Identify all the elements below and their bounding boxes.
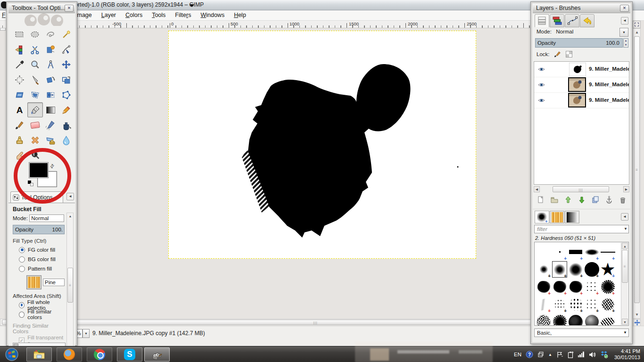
radio-indicator[interactable] xyxy=(19,266,25,272)
volume-icon[interactable] xyxy=(588,351,596,358)
help-tray-icon[interactable]: ? xyxy=(526,351,533,358)
brush-filter-dropdown[interactable]: ▼ xyxy=(624,227,627,231)
menu-layer[interactable]: Layer xyxy=(97,10,121,21)
clone-tool[interactable] xyxy=(12,132,27,148)
brush-fuzzy[interactable]: + xyxy=(584,243,600,261)
eraser-tool[interactable] xyxy=(27,117,43,132)
raise-layer-button[interactable] xyxy=(562,195,574,205)
layers-scroll-left[interactable]: ◀ xyxy=(534,186,540,192)
measure-tool[interactable] xyxy=(43,57,58,72)
fill-type-pattern-fill[interactable]: Pattern fill xyxy=(13,264,65,273)
tool-options-scrollbar[interactable]: ▲ ≡ xyxy=(66,213,74,348)
toolbox-titlebar[interactable]: Toolbox - Tool Opti... ✕ xyxy=(8,4,75,13)
fuzzy-select-tool[interactable] xyxy=(58,27,74,42)
menu-file-sliver[interactable]: F xyxy=(2,12,6,18)
delete-layer-button[interactable] xyxy=(617,195,628,205)
canvas-vertical-scrollbar[interactable]: ▲ ≡ ▼ xyxy=(633,28,641,319)
cage-transform-tool[interactable] xyxy=(58,87,74,102)
crop-tool[interactable] xyxy=(27,72,43,87)
zoom-dropdown-button[interactable]: ▼ xyxy=(83,329,90,338)
fill-type-bg-color-fill[interactable]: BG color fill xyxy=(13,255,65,264)
brush-specks3[interactable]: + xyxy=(584,296,600,313)
brush-sphere[interactable]: + xyxy=(584,313,600,326)
brush-soft2-selected[interactable]: + xyxy=(552,261,568,278)
image-canvas[interactable] xyxy=(168,31,476,259)
tab-paths[interactable] xyxy=(565,14,579,27)
layers-scroll-right[interactable]: ▶ xyxy=(623,186,629,192)
paintbrush-tool[interactable] xyxy=(12,117,27,132)
layer-mode-dropdown[interactable]: ▼ xyxy=(619,28,628,37)
radio-indicator[interactable] xyxy=(19,247,25,253)
menu-filters[interactable]: Filters xyxy=(170,10,196,21)
brush-block[interactable]: + xyxy=(568,243,584,261)
zoom-tool[interactable] xyxy=(27,57,43,72)
options-scroll-up[interactable]: ▲ xyxy=(67,213,74,219)
brush-grunge1[interactable]: + xyxy=(552,313,568,326)
tab-tool-options[interactable]: Tool Options xyxy=(10,191,63,203)
radio-indicator[interactable] xyxy=(19,312,25,318)
taskbar-firefox-button[interactable] xyxy=(57,347,82,362)
layer-thumbnail-mask[interactable] xyxy=(569,63,586,76)
brush-vine[interactable]: + xyxy=(600,296,616,313)
layer-opacity-slider[interactable]: Opacity 100.0 xyxy=(535,38,623,48)
select-by-color-tool[interactable] xyxy=(12,42,27,57)
text-tool[interactable]: A xyxy=(12,102,27,117)
default-colors-icon[interactable] xyxy=(28,181,33,186)
tab-undo-history[interactable] xyxy=(580,14,594,27)
brush-cells[interactable]: + xyxy=(536,313,552,326)
taskbar-skype-button[interactable]: S xyxy=(117,347,142,362)
brush-chalk[interactable]: + xyxy=(552,278,568,296)
brush-soft1[interactable]: + xyxy=(536,261,552,278)
affected-area-fill-whole-selectio[interactable]: Fill whole selectio xyxy=(13,300,65,310)
sync-center-tray-icon[interactable] xyxy=(567,351,574,358)
swap-colors-icon[interactable]: ⇄ xyxy=(49,163,56,170)
layers-titlebar[interactable]: Layers - Brushes ✕ xyxy=(533,4,630,13)
layer-visibility-eye-icon[interactable] xyxy=(537,66,546,74)
free-select-tool[interactable] xyxy=(43,27,58,42)
tab-patterns[interactable] xyxy=(550,211,564,223)
layer-visibility-eye-icon[interactable] xyxy=(537,81,546,90)
perspective-tool[interactable] xyxy=(27,87,43,102)
brush-grunge1[interactable]: + xyxy=(600,278,616,296)
layer-row[interactable]: 9. Miller_Madeleir xyxy=(534,62,629,77)
pattern-select[interactable]: Pine xyxy=(43,279,65,286)
pencil-tool[interactable] xyxy=(58,102,74,117)
menu-help[interactable]: Help xyxy=(229,10,251,21)
lock-alpha-icon[interactable] xyxy=(566,51,572,58)
action-center-flag-icon[interactable] xyxy=(556,351,563,358)
wilber-drag-handle[interactable] xyxy=(8,13,75,26)
brush-scrollbar[interactable]: ▲ ≡ ▼ xyxy=(621,243,628,325)
fill-type-fg-color-fill[interactable]: FG color fill xyxy=(13,245,65,255)
brush-specks1[interactable]: + xyxy=(552,296,568,313)
rotate-tool[interactable] xyxy=(43,72,58,87)
network-signal-icon[interactable] xyxy=(578,352,584,357)
clock[interactable]: 4:41 PM 30/01/2013 xyxy=(614,348,640,361)
tab-channels[interactable] xyxy=(550,14,564,27)
brush-chalk[interactable]: + xyxy=(536,278,552,296)
brush-specks2[interactable]: + xyxy=(568,296,584,313)
brush-star[interactable]: + xyxy=(600,261,616,278)
perspective-clone-tool[interactable] xyxy=(43,132,58,148)
duplicate-layer-button[interactable] xyxy=(590,195,601,205)
brush-chalk[interactable]: + xyxy=(568,278,584,296)
brushes-menu-button[interactable]: ◄ xyxy=(621,213,628,221)
heal-tool[interactable] xyxy=(27,132,43,148)
ellipse-select-tool[interactable] xyxy=(27,27,43,42)
brush-soft3[interactable]: + xyxy=(568,261,584,278)
scissors-select-tool[interactable] xyxy=(27,42,43,57)
dodge-burn-tool[interactable] xyxy=(27,148,43,163)
blur-sharpen-tool[interactable] xyxy=(58,132,74,148)
opacity-slider[interactable]: Opacity 100. xyxy=(13,225,65,234)
scroll-up-arrow[interactable]: ▲ xyxy=(633,29,641,36)
lower-layer-button[interactable] xyxy=(576,195,587,205)
taskbar-explorer-button[interactable] xyxy=(26,347,52,362)
foreground-select-tool[interactable] xyxy=(43,42,58,57)
tab-brushes[interactable] xyxy=(535,211,549,223)
blend-tool[interactable] xyxy=(43,102,58,117)
move-tool[interactable] xyxy=(58,57,74,72)
new-layer-button[interactable] xyxy=(535,195,546,205)
start-button[interactable] xyxy=(2,346,21,362)
tab-gradients[interactable] xyxy=(565,211,579,223)
language-indicator[interactable]: EN xyxy=(514,352,521,357)
zoom-follow-window-button[interactable] xyxy=(633,21,641,28)
